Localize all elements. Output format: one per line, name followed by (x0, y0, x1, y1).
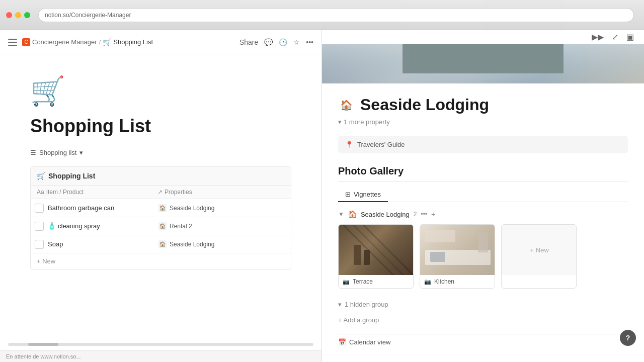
right-page-title: Seaside Lodging (360, 96, 489, 114)
chevron-down-icon: ▾ (79, 149, 83, 156)
cleaning-emoji: 🧴 (48, 222, 56, 230)
photo-gallery-title: Photo Gallery (338, 165, 628, 182)
checkbox-cleaning[interactable] (35, 222, 44, 231)
breadcrumb-current: Shopping List (113, 38, 153, 46)
table-header: 🛒 Shopping List (31, 167, 291, 186)
item-name-cleaning: 🧴 cleaning spray (48, 222, 158, 230)
browser-chrome: notion.so/Conciergerie-Manager (0, 0, 644, 30)
gallery-cards: 📷 Terrace 📷 (338, 224, 628, 289)
group-count: 2 (414, 211, 417, 218)
travelers-guide[interactable]: 📍 Travelers' Guide (338, 136, 628, 153)
address-bar[interactable]: notion.so/Conciergerie-Manager (38, 8, 634, 22)
checkbox-soap[interactable] (35, 240, 44, 249)
forward-icon[interactable]: ▶▶ (590, 30, 606, 44)
sofa-body (403, 44, 564, 73)
breadcrumb-separator: / (99, 38, 101, 46)
card-label-terrace: 📷 Terrace (339, 275, 413, 288)
lodging-page-icon: 🏠 (338, 97, 354, 113)
table-row: Soap 🏠 Seaside Lodging (31, 235, 291, 253)
breadcrumb: C Conciergerie Manager / 🛒 Shopping List (22, 38, 153, 46)
chevron-down-icon: ▾ (338, 118, 342, 126)
kitchen-sink (430, 252, 445, 262)
table-row: 🧴 cleaning spray 🏠 Rental 2 (31, 217, 291, 235)
page-title: Shopping List (30, 116, 291, 137)
more-icon[interactable]: ••• (306, 38, 313, 46)
table-row: Bathroom garbage can 🏠 Seaside Lodging (31, 199, 291, 217)
text-icon: Aa (37, 189, 44, 196)
maximize-dot[interactable] (24, 12, 30, 18)
right-content: 🏠 Seaside Lodging ▾ 1 more property 📍 Tr… (322, 83, 644, 362)
right-page-header: 🏠 Seaside Lodging (338, 96, 628, 114)
scrollbar-thumb[interactable] (28, 343, 58, 346)
group-more-icon[interactable]: ••• (421, 211, 427, 218)
tab-vignettes[interactable]: ⊞ Vignettes (338, 188, 388, 202)
arrow-icon: ↗ (157, 189, 163, 196)
property-soap: 🏠 Seaside Lodging (158, 240, 214, 248)
expand-icon[interactable]: ⤢ (610, 30, 620, 44)
comment-icon[interactable]: 💬 (264, 38, 273, 46)
gallery-card-new[interactable]: + New (501, 224, 577, 289)
checkbox-bathroom[interactable] (35, 204, 44, 213)
calendar-icon: 📅 (338, 338, 346, 346)
card-label-kitchen: 📷 Kitchen (420, 275, 495, 288)
left-panel: C Conciergerie Manager / 🛒 Shopping List… (0, 30, 322, 362)
more-property[interactable]: ▾ 1 more property (338, 118, 628, 126)
menu-icon[interactable] (8, 37, 18, 47)
breadcrumb-parent[interactable]: Conciergerie Manager (32, 38, 97, 46)
calendar-view[interactable]: 📅 Calendar view (338, 334, 628, 350)
table-columns: Aa Item / Product ↗ Properties (31, 186, 291, 199)
history-icon[interactable]: 🕐 (279, 38, 287, 46)
hidden-group-action[interactable]: ▾ 1 hidden group (338, 299, 628, 310)
property-cleaning: 🏠 Rental 2 (158, 222, 192, 230)
gallery-card-terrace[interactable]: 📷 Terrace (338, 224, 414, 289)
shopping-list-table: 🛒 Shopping List Aa Item / Product ↗ Prop… (30, 166, 291, 269)
sidebar-icon[interactable]: ▣ (624, 30, 636, 44)
status-bar: En attente de www.notion.so... (0, 350, 321, 362)
home-icon[interactable]: C (22, 38, 30, 46)
page-emoji-icon: 🛒 (30, 74, 291, 108)
kitchen-image (420, 225, 495, 275)
col-properties: ↗ Properties (155, 188, 194, 197)
add-group-action[interactable]: + Add a group (338, 314, 628, 326)
terrace-image (339, 225, 414, 275)
location-icon: 📍 (345, 141, 353, 148)
right-panel: ▶▶ ⤢ ▣ 🏠 Seaside Lodging ▾ 1 more proper… (322, 30, 644, 362)
page-content: 🛒 Shopping List ☰ Shopping list ▾ 🛒 Shop… (0, 54, 321, 339)
lodging-icon-1: 🏠 (158, 204, 167, 212)
favorite-icon[interactable]: ☆ (293, 38, 300, 46)
photo-icon: 📷 (343, 279, 350, 285)
add-new-button[interactable]: + New (31, 253, 291, 269)
view-label[interactable]: ☰ Shopping list ▾ (30, 149, 291, 156)
col-item-product: Aa Item / Product (35, 188, 155, 197)
gallery-card-kitchen[interactable]: 📷 Kitchen (420, 224, 495, 289)
item-name-bathroom: Bathroom garbage can (48, 204, 158, 212)
share-button[interactable]: Share (239, 38, 258, 46)
new-card-bg: + New (502, 225, 577, 275)
app-container: C Conciergerie Manager / 🛒 Shopping List… (0, 30, 644, 362)
top-bar-actions: Share 💬 🕐 ☆ ••• (239, 38, 313, 46)
cart-icon: 🛒 (103, 38, 111, 46)
gallery-group-seaside: ▼ 🏠 Seaside Lodging 2 ••• + (338, 210, 628, 289)
list-view-icon: ☰ (30, 149, 36, 156)
gallery-tabs: ⊞ Vignettes (338, 188, 628, 202)
item-name-soap: Soap (48, 240, 158, 248)
top-bar: C Conciergerie Manager / 🛒 Shopping List… (0, 30, 321, 54)
scrollbar-track[interactable] (8, 343, 313, 346)
cart-table-icon: 🛒 (37, 172, 45, 180)
photo-icon-2: 📷 (424, 279, 431, 285)
lodging-icon-2: 🏠 (158, 222, 167, 230)
lodging-icon-3: 🏠 (158, 240, 167, 248)
group-name: Seaside Lodging (361, 211, 410, 218)
minimize-dot[interactable] (15, 12, 21, 18)
help-button[interactable]: ? (620, 330, 636, 346)
right-top-bar: ▶▶ ⤢ ▣ (322, 30, 644, 44)
property-bathroom: 🏠 Seaside Lodging (158, 204, 214, 212)
chevron-right-icon: ▾ (338, 301, 342, 308)
close-dot[interactable] (6, 12, 12, 18)
grid-icon: ⊞ (345, 191, 351, 198)
collapse-arrow[interactable]: ▼ (338, 211, 344, 218)
group-icon: 🏠 (348, 210, 357, 218)
group-add-icon[interactable]: + (431, 210, 435, 218)
bottom-actions: ▾ 1 hidden group + Add a group (338, 299, 628, 326)
hero-image (322, 44, 644, 83)
